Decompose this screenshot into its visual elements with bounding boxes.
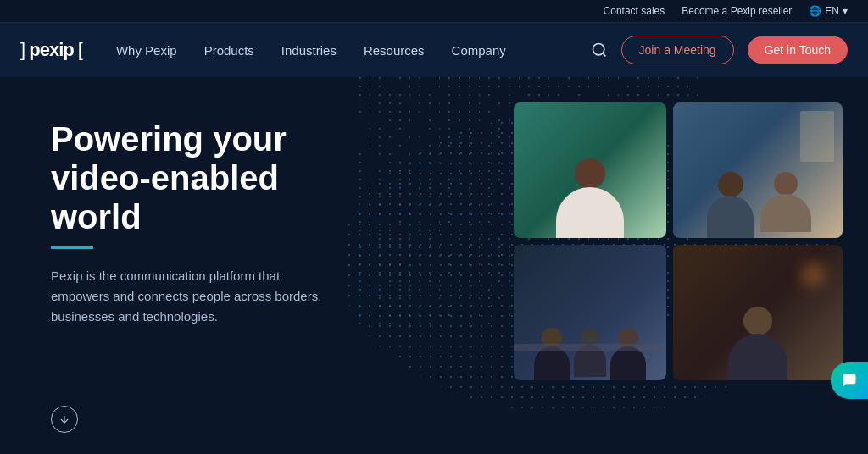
chat-icon bbox=[841, 372, 858, 389]
scroll-down-button[interactable] bbox=[51, 406, 78, 433]
top-bar: Contact sales Become a Pexip reseller 🌐 … bbox=[0, 0, 868, 23]
navbar: ] pexip [ Why Pexip Products Industries … bbox=[0, 23, 868, 77]
become-reseller-link[interactable]: Become a Pexip reseller bbox=[682, 5, 792, 17]
hero-text: Powering your video-enabled world Pexip … bbox=[51, 111, 373, 327]
nav-links: Why Pexip Products Industries Resources … bbox=[116, 43, 591, 58]
nav-link-products[interactable]: Products bbox=[204, 43, 254, 58]
person-1 bbox=[556, 158, 624, 238]
person-4 bbox=[728, 307, 787, 380]
video-tile-2 bbox=[673, 102, 843, 238]
logo-bracket-left: ] bbox=[20, 39, 29, 60]
contact-sales-link[interactable]: Contact sales bbox=[604, 5, 665, 17]
arrow-down-icon bbox=[58, 413, 70, 425]
video-tile-3 bbox=[514, 245, 666, 380]
logo-bracket-right: [ bbox=[74, 39, 82, 60]
video-tile-1 bbox=[514, 102, 666, 238]
chat-float-button[interactable] bbox=[831, 362, 868, 399]
hero-underline bbox=[51, 246, 93, 249]
join-meeting-button[interactable]: Join a Meeting bbox=[621, 36, 734, 64]
hero-section: // Generate dots dynamically const overl… bbox=[0, 77, 868, 450]
chevron-down-icon: ▾ bbox=[843, 5, 848, 17]
language-selector[interactable]: 🌐 EN ▾ bbox=[809, 5, 848, 17]
video-grid bbox=[514, 102, 843, 380]
nav-actions: Join a Meeting Get in Touch bbox=[591, 36, 848, 64]
nav-link-industries[interactable]: Industries bbox=[281, 43, 337, 58]
logo-text: pexip bbox=[29, 39, 73, 60]
hero-description: Pexip is the communication platform that… bbox=[51, 266, 339, 327]
get-in-touch-button[interactable]: Get in Touch bbox=[748, 36, 848, 64]
nav-link-resources[interactable]: Resources bbox=[364, 43, 425, 58]
logo[interactable]: ] pexip [ bbox=[20, 39, 82, 61]
svg-point-0 bbox=[593, 44, 604, 55]
globe-icon: 🌐 bbox=[809, 5, 821, 17]
nav-link-company[interactable]: Company bbox=[452, 43, 506, 58]
svg-line-1 bbox=[602, 53, 605, 57]
language-label: EN bbox=[825, 5, 839, 17]
hero-title: Powering your video-enabled world bbox=[51, 119, 373, 236]
nav-link-why-pexip[interactable]: Why Pexip bbox=[116, 43, 177, 58]
video-tile-4 bbox=[673, 245, 843, 380]
search-button[interactable] bbox=[591, 42, 608, 58]
search-icon bbox=[591, 42, 608, 58]
